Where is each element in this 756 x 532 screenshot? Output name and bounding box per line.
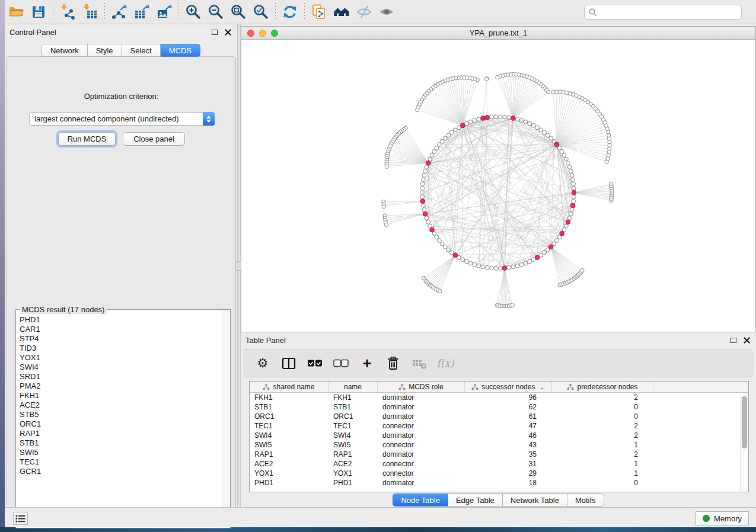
network-node[interactable] xyxy=(425,165,429,169)
network-node[interactable] xyxy=(425,216,429,220)
column-header-predecessor-nodes[interactable]: predecessor nodes xyxy=(552,382,653,392)
table-cell[interactable]: TEC1 xyxy=(328,421,378,431)
table-cell[interactable]: YOX1 xyxy=(250,469,328,478)
network-node[interactable] xyxy=(422,203,426,207)
network-leaf-node[interactable] xyxy=(382,205,385,209)
list-item[interactable]: SRD1 xyxy=(16,372,222,382)
zoom-in-button[interactable] xyxy=(182,2,205,22)
table-cell[interactable]: 0 xyxy=(552,402,653,412)
mcds-hub-node[interactable] xyxy=(485,115,490,120)
table-cell[interactable]: YOX1 xyxy=(328,469,378,478)
network-node[interactable] xyxy=(494,267,498,271)
network-node[interactable] xyxy=(428,157,432,161)
table-cell[interactable]: 0 xyxy=(552,478,653,488)
table-cell[interactable]: ORC1 xyxy=(250,412,328,421)
network-node[interactable] xyxy=(422,208,426,212)
column-header-name[interactable]: name xyxy=(328,382,378,392)
table-scrollbar[interactable] xyxy=(740,393,748,491)
unselect-all-columns-button[interactable] xyxy=(331,352,351,374)
network-node[interactable] xyxy=(515,117,519,121)
network-node[interactable] xyxy=(420,195,425,199)
network-leaf-node[interactable] xyxy=(551,90,555,94)
table-cell[interactable]: dominator xyxy=(378,402,465,412)
list-item[interactable]: SWI4 xyxy=(16,363,222,372)
tab-node-table[interactable]: Node Table xyxy=(393,493,448,507)
network-node[interactable] xyxy=(572,186,576,190)
table-row[interactable]: FKH1FKH1dominator962 xyxy=(250,393,748,402)
mcds-hub-node[interactable] xyxy=(570,203,575,208)
network-node[interactable] xyxy=(477,117,481,121)
network-node[interactable] xyxy=(435,146,439,150)
network-node[interactable] xyxy=(477,264,481,268)
mcds-hub-node[interactable] xyxy=(420,199,425,204)
network-node[interactable] xyxy=(535,126,540,130)
table-cell[interactable]: 31 xyxy=(465,459,552,469)
memory-button[interactable]: Memory xyxy=(696,511,749,525)
network-leaf-node[interactable] xyxy=(385,165,388,168)
network-node[interactable] xyxy=(555,239,559,243)
table-cell[interactable]: dominator xyxy=(378,478,465,488)
table-row[interactable]: YOX1YOX1connector291 xyxy=(250,469,748,478)
list-item[interactable]: STB5 xyxy=(16,410,222,419)
close-panel-button[interactable] xyxy=(223,27,232,37)
window-zoom-button[interactable] xyxy=(271,30,278,37)
mcds-hub-node[interactable] xyxy=(453,253,458,258)
table-row[interactable]: PHD1PHD1dominator180 xyxy=(250,478,748,488)
list-item[interactable]: YOX1 xyxy=(16,353,222,363)
create-column-button[interactable]: + xyxy=(357,352,377,374)
zoom-out-button[interactable] xyxy=(205,2,227,22)
network-node[interactable] xyxy=(464,259,468,264)
network-node[interactable] xyxy=(528,259,532,264)
network-leaf-node[interactable] xyxy=(484,77,488,81)
mcds-hub-node[interactable] xyxy=(560,231,564,236)
mcds-hub-node[interactable] xyxy=(426,161,430,165)
table-cell[interactable]: 35 xyxy=(465,450,552,459)
table-row[interactable]: ACE2ACE2connector311 xyxy=(250,459,748,469)
tab-mcds[interactable]: MCDS xyxy=(161,44,200,57)
network-node[interactable] xyxy=(461,258,465,262)
network-node[interactable] xyxy=(426,220,430,224)
network-node[interactable] xyxy=(569,212,573,216)
table-cell[interactable]: dominator xyxy=(378,393,465,402)
network-node[interactable] xyxy=(572,195,576,199)
network-node[interactable] xyxy=(490,115,494,119)
network-node[interactable] xyxy=(440,139,444,143)
show-all-button[interactable] xyxy=(375,2,398,22)
run-mcds-button[interactable]: Run MCDS xyxy=(58,132,116,146)
list-item[interactable]: STB1 xyxy=(16,438,222,448)
network-node[interactable] xyxy=(560,149,564,153)
table-cell[interactable]: connector xyxy=(378,421,465,431)
table-cell[interactable]: 2 xyxy=(552,393,653,402)
network-node[interactable] xyxy=(485,265,489,270)
search-field[interactable] xyxy=(584,5,742,20)
table-cell[interactable]: RAP1 xyxy=(328,450,378,459)
network-node[interactable] xyxy=(438,239,442,243)
network-node[interactable] xyxy=(443,245,447,249)
network-node[interactable] xyxy=(567,216,572,220)
mcds-hub-node[interactable] xyxy=(572,190,576,195)
float-panel-button[interactable] xyxy=(210,27,219,37)
network-node[interactable] xyxy=(440,242,444,246)
list-item[interactable]: FKH1 xyxy=(16,391,222,400)
tab-style[interactable]: Style xyxy=(88,44,122,57)
mcds-hub-node[interactable] xyxy=(548,245,553,249)
result-list-scrollbar[interactable] xyxy=(222,310,230,528)
column-header-successor-nodes[interactable]: successor nodes⌄ xyxy=(465,382,552,392)
export-network-button[interactable] xyxy=(108,2,130,22)
network-leaf-node[interactable] xyxy=(416,108,419,111)
open-session-button[interactable] xyxy=(5,2,27,22)
table-cell[interactable]: 47 xyxy=(465,421,552,431)
list-item[interactable]: GCR1 xyxy=(16,467,222,476)
table-cell[interactable]: 1 xyxy=(552,459,653,469)
network-leaf-node[interactable] xyxy=(609,182,613,185)
network-node[interactable] xyxy=(524,120,528,124)
network-node[interactable] xyxy=(519,118,524,123)
table-cell[interactable]: FKH1 xyxy=(328,393,378,402)
hide-selected-button[interactable] xyxy=(353,2,375,22)
import-network-button[interactable] xyxy=(56,2,79,22)
list-item[interactable]: SWI5 xyxy=(16,448,222,457)
zoom-fit-button[interactable] xyxy=(227,2,250,22)
network-node[interactable] xyxy=(481,265,485,269)
list-item[interactable]: RAP1 xyxy=(16,429,222,438)
close-table-panel-button[interactable] xyxy=(742,335,751,345)
